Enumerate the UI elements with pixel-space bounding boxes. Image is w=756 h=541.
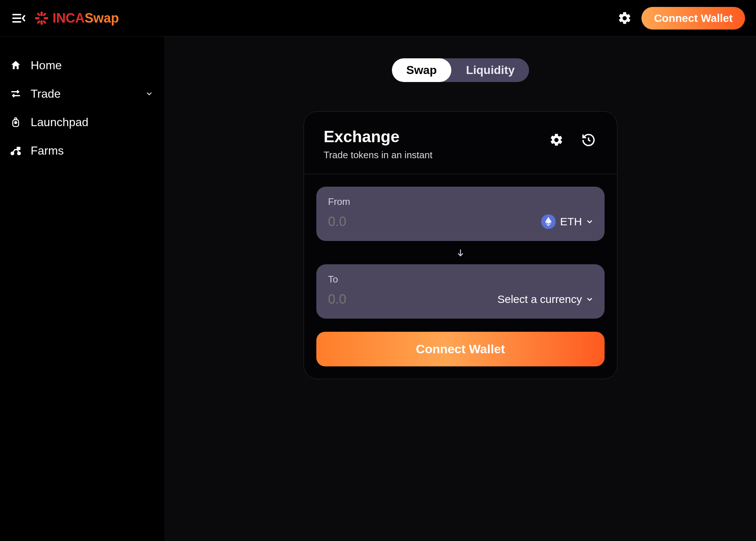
card-settings-button[interactable] — [549, 133, 565, 149]
brand-name-2: Swap — [85, 11, 119, 26]
sidebar-item-label: Trade — [31, 87, 61, 101]
to-token-select[interactable]: Select a currency — [497, 293, 593, 305]
home-icon — [10, 59, 22, 71]
sidebar-item-label: Home — [31, 59, 62, 72]
exchange-card: Exchange Trade tokens in an instant — [304, 111, 617, 379]
svg-rect-15 — [17, 147, 20, 150]
card-connect-wallet-button[interactable]: Connect Wallet — [316, 332, 605, 366]
to-token-symbol: Select a currency — [497, 293, 582, 305]
sidebar-item-label: Launchpad — [31, 116, 88, 129]
gear-icon — [549, 133, 564, 147]
logo-icon — [34, 11, 49, 26]
to-label: To — [328, 274, 593, 285]
svg-rect-8 — [43, 12, 47, 16]
from-token-symbol: ETH — [560, 215, 582, 228]
sidebar-item-trade[interactable]: Trade — [0, 79, 165, 108]
svg-rect-6 — [44, 17, 48, 19]
farms-icon — [9, 145, 22, 156]
launchpad-icon — [10, 116, 22, 128]
card-header: Exchange Trade tokens in an instant — [304, 112, 617, 174]
connect-wallet-button[interactable]: Connect Wallet — [641, 7, 745, 30]
arrow-down-icon — [456, 248, 465, 257]
swap-arrows-icon — [10, 88, 22, 100]
from-token-box: From ETH — [316, 187, 605, 241]
sidebar-item-label: Farms — [31, 144, 64, 157]
card-subtitle: Trade tokens in an instant — [324, 149, 432, 161]
tab-liquidity[interactable]: Liquidity — [451, 58, 529, 82]
eth-icon — [541, 214, 556, 229]
sidebar: Home Trade — [0, 36, 165, 541]
svg-rect-2 — [12, 21, 21, 23]
tab-swap[interactable]: Swap — [392, 58, 452, 82]
card-title: Exchange — [324, 128, 432, 146]
gear-icon — [617, 11, 632, 26]
svg-rect-9 — [37, 20, 41, 24]
to-amount-input[interactable] — [328, 292, 497, 307]
svg-rect-3 — [40, 12, 43, 16]
from-token-select[interactable]: ETH — [541, 214, 593, 229]
topbar: INCASwap Connect Wallet — [0, 0, 756, 36]
from-amount-input[interactable] — [328, 214, 541, 229]
sidebar-item-farms[interactable]: Farms — [0, 136, 165, 165]
swap-liquidity-toggle: Swap Liquidity — [392, 58, 529, 82]
brand-name-1: INCA — [53, 11, 85, 26]
menu-collapse-icon — [12, 13, 26, 23]
menu-toggle-button[interactable] — [11, 10, 27, 26]
history-button[interactable] — [581, 133, 597, 149]
svg-rect-7 — [37, 12, 41, 16]
chevron-down-icon — [146, 92, 152, 96]
sidebar-item-launchpad[interactable]: Launchpad — [0, 108, 165, 136]
svg-point-12 — [15, 122, 16, 124]
chevron-down-icon — [586, 219, 593, 224]
settings-button[interactable] — [617, 10, 633, 26]
svg-rect-4 — [40, 20, 43, 25]
svg-rect-1 — [12, 17, 21, 19]
sidebar-item-home[interactable]: Home — [0, 51, 165, 79]
chevron-down-icon — [586, 297, 593, 301]
brand-logo[interactable]: INCASwap — [34, 11, 119, 26]
swap-direction-button[interactable] — [316, 243, 605, 262]
svg-rect-10 — [43, 20, 47, 24]
main-content: Swap Liquidity Exchange Trade tokens in … — [165, 36, 756, 541]
svg-rect-0 — [12, 14, 21, 15]
from-label: From — [328, 196, 593, 207]
to-token-box: To Select a currency — [316, 264, 605, 319]
svg-rect-5 — [35, 17, 39, 19]
history-icon — [581, 133, 596, 147]
